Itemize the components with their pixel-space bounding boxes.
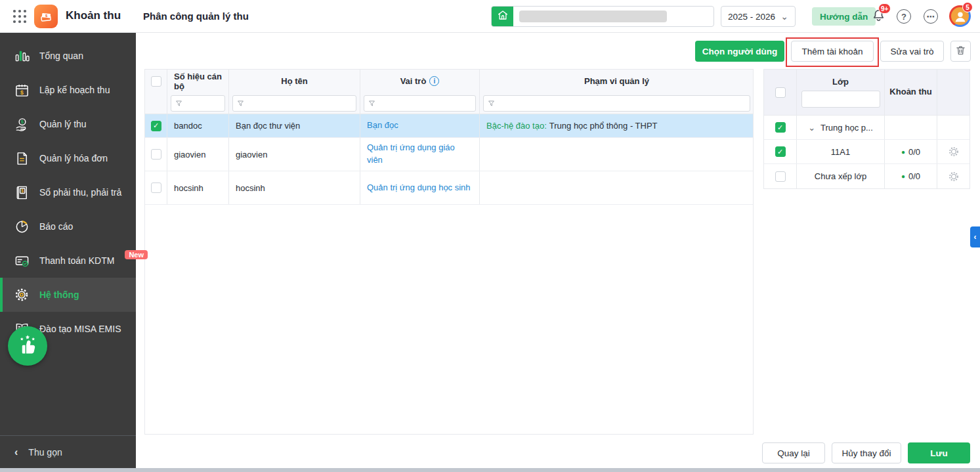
school-year-select[interactable]: 2025 - 2026 ⌄ <box>721 6 796 27</box>
row-checkbox[interactable]: ✓ <box>151 121 161 131</box>
column-header-code: Số hiệu cán bộ <box>167 70 229 93</box>
class-row-checkbox[interactable]: ✓ <box>775 122 786 133</box>
svg-text:$: $ <box>20 89 24 95</box>
window-bottom-edge <box>0 468 980 472</box>
table-row[interactable]: ✓ bandoc Bạn đọc thư viện Bạn đọc Bậc-hệ… <box>145 114 753 138</box>
app-window: $ Khoản thu Phân công quản lý thu 2025 -… <box>0 0 980 472</box>
pie-chart-icon <box>13 218 30 235</box>
calendar-dollar-icon: $ <box>13 81 30 98</box>
new-badge: New <box>125 250 148 259</box>
row-checkbox[interactable] <box>151 149 161 160</box>
info-icon[interactable]: i <box>429 76 439 86</box>
collapse-label: Thu gọn <box>28 447 62 458</box>
filter-input-class[interactable] <box>801 91 880 108</box>
cancel-changes-button[interactable]: Hủy thay đổi <box>832 442 901 463</box>
app-grid-icon[interactable] <box>12 9 28 24</box>
cell-code: giaovien <box>167 138 229 171</box>
column-header-class: Lớp <box>832 77 849 87</box>
collapse-panel-handle[interactable]: ‹ <box>970 226 980 247</box>
fee-count: 0/0 <box>908 147 920 157</box>
class-table: Lớp Khoản thu ✓ ⌄ Trung học p... ✓ 11A1 <box>763 69 970 189</box>
scope-value: Trung học phổ thông - THPT <box>549 121 658 131</box>
class-row[interactable]: ✓ 11A1 ● 0/0 <box>764 140 969 164</box>
svg-text:$: $ <box>21 188 24 193</box>
hand-money-icon: $ <box>13 116 30 133</box>
gear-icon <box>948 171 960 182</box>
card-check-icon <box>13 252 30 269</box>
user-avatar[interactable]: 5 <box>949 5 971 27</box>
cell-name: Bạn đọc thư viện <box>229 114 360 137</box>
cell-code: bandoc <box>167 114 229 137</box>
status-dot-icon: ● <box>901 148 905 156</box>
avatar-badge: 5 <box>962 2 973 12</box>
cell-code: hocsinh <box>167 171 229 204</box>
money-stack-app-logo-icon: $ <box>34 5 58 28</box>
invoice-icon <box>13 150 30 167</box>
school-search-input[interactable] <box>491 6 714 27</box>
choose-user-button[interactable]: Chọn người dùng <box>695 41 784 62</box>
status-dot-icon: ● <box>901 173 905 180</box>
feedback-thumbs-up-button[interactable] <box>8 326 47 366</box>
sidebar-item-so-phai-thu-phai-tra[interactable]: $ Sổ phải thu, phải trả <box>0 175 136 209</box>
role-link[interactable]: Quản trị ứng dụng học sinh <box>367 182 471 194</box>
bell-badge: 9+ <box>878 3 891 14</box>
sidebar-item-quan-ly-hoa-don[interactable]: Quản lý hóa đơn <box>0 141 136 175</box>
guide-button[interactable]: Hướng dẫn <box>812 7 876 26</box>
back-button[interactable]: Quay lại <box>762 442 825 463</box>
gear-icon <box>13 286 30 303</box>
sidebar-item-bao-cao[interactable]: Báo cáo <box>0 209 136 244</box>
add-account-button[interactable]: Thêm tài khoản <box>791 41 874 62</box>
class-group-label: Trung học p... <box>820 123 873 133</box>
filter-input-scope[interactable] <box>483 95 750 112</box>
scope-label: Bậc-hệ đào tạo: <box>486 121 547 131</box>
sidebar-item-thanh-toan-kdtm[interactable]: Thanh toán KDTM New <box>0 244 136 278</box>
more-options-button[interactable]: ⋯ <box>922 7 940 26</box>
edit-role-button[interactable]: Sửa vai trò <box>880 41 944 62</box>
home-button[interactable] <box>492 6 513 27</box>
chevron-left-icon: ‹ <box>14 446 18 458</box>
select-all-checkbox[interactable] <box>151 76 161 87</box>
class-row-checkbox[interactable]: ✓ <box>775 146 786 157</box>
class-label: Chưa xếp lớp <box>797 164 885 188</box>
cell-name: hocsinh <box>229 171 360 204</box>
notifications-button[interactable]: 9+ <box>869 7 887 26</box>
expand-chevron-icon[interactable]: ⌄ <box>808 123 815 133</box>
svg-text:$: $ <box>20 119 24 125</box>
sidebar-item-quan-ly-thu[interactable]: $ Quản lý thu <box>0 107 136 141</box>
class-settings-button[interactable] <box>937 164 969 188</box>
sidebar-item-he-thong[interactable]: Hệ thống <box>0 278 136 312</box>
cell-name: giaovien <box>229 138 360 171</box>
school-year-value: 2025 - 2026 <box>728 12 775 22</box>
page-title: Phân công quản lý thu <box>143 11 249 22</box>
thumbs-up-stars-icon <box>16 333 39 359</box>
role-link[interactable]: Bạn đọc <box>367 119 398 132</box>
top-bar: $ Khoản thu Phân công quản lý thu 2025 -… <box>0 0 980 33</box>
home-icon <box>497 9 509 24</box>
help-button[interactable]: ? <box>895 7 913 26</box>
class-row[interactable]: Chưa xếp lớp ● 0/0 <box>764 164 969 188</box>
class-select-all-checkbox[interactable] <box>775 87 786 98</box>
delete-button[interactable] <box>950 41 971 62</box>
class-row[interactable]: ✓ ⌄ Trung học p... <box>764 116 969 140</box>
table-row[interactable]: giaovien giaovien Quản trị ứng dụng giáo… <box>145 138 753 171</box>
assignment-table-filter-row <box>145 93 753 114</box>
chevron-down-icon: ⌄ <box>780 12 788 21</box>
filter-input-role[interactable] <box>364 95 476 112</box>
sidebar-item-tong-quan[interactable]: Tổng quan <box>0 39 136 73</box>
filter-input-code[interactable] <box>171 95 225 112</box>
redacted-school-name <box>519 11 667 22</box>
class-row-checkbox[interactable] <box>775 171 786 182</box>
column-header-scope: Phạm vi quản lý <box>480 70 754 93</box>
filter-input-name[interactable] <box>232 95 356 112</box>
save-button[interactable]: Lưu <box>908 442 970 463</box>
sidebar-collapse-button[interactable]: ‹ Thu gọn <box>0 435 136 468</box>
help-icon: ? <box>897 9 911 24</box>
ledger-book-icon: $ <box>13 184 30 201</box>
class-settings-button[interactable] <box>937 140 969 163</box>
sidebar-item-lap-ke-hoach-thu[interactable]: $ Lập kế hoạch thu <box>0 73 136 107</box>
ellipsis-icon: ⋯ <box>924 9 938 24</box>
role-link[interactable]: Quản trị ứng dụng giáo viên <box>367 142 473 167</box>
row-checkbox[interactable] <box>151 182 161 193</box>
column-header-name: Họ tên <box>229 70 360 93</box>
table-row[interactable]: hocsinh hocsinh Quản trị ứng dụng học si… <box>145 171 753 205</box>
